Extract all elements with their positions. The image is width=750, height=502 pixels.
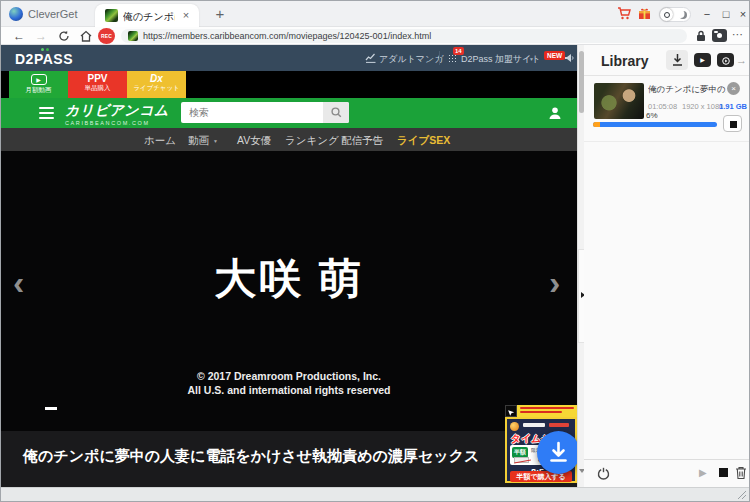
- download-progress-bar: [593, 122, 717, 127]
- search-box: [181, 102, 349, 123]
- megaphone-icon[interactable]: [564, 53, 574, 63]
- download-title: 俺のチンポに夢中の人妻...: [648, 84, 726, 96]
- stop-all-icon[interactable]: [719, 468, 728, 477]
- panel-expand-icon[interactable]: →: [736, 54, 747, 66]
- video-title: 俺のチンポに夢中の人妻に電話をかけさせ執拗責めの濃厚セックス: [23, 447, 479, 466]
- download-thumbnail: [594, 83, 644, 119]
- browser-viewport: D2PASS アダルトマンガ 14 D2Pass 加盟サイト ▼ NEW ▶ 月…: [1, 45, 577, 487]
- copyright-line2: All U.S. and international rights reserv…: [1, 384, 577, 396]
- library-bottom-bar: ▶: [584, 459, 750, 487]
- carib-header: カリビアンコム CARIBBEANCOM.COM: [1, 98, 577, 128]
- download-fab-button[interactable]: [537, 431, 577, 474]
- tab-title: 俺のチンポに夢中の人: [123, 10, 175, 23]
- stop-icon: [730, 121, 737, 128]
- dark-mode-icon[interactable]: [679, 11, 687, 19]
- panel-divider: [577, 45, 584, 487]
- copyright-line1: © 2017 Dreamroom Productions, Inc.: [1, 370, 577, 382]
- grid-icon: [448, 54, 456, 62]
- download-progress-label: 6%: [646, 111, 658, 120]
- title-bar: CleverGet 俺のチンポに夢中の人 × + − □ ×: [1, 1, 749, 27]
- tab-ppv[interactable]: PPV 単品購入: [68, 71, 127, 98]
- tab-monthly-video[interactable]: ▶ 月額動画: [9, 71, 68, 98]
- d2pass-header: D2PASS アダルトマンガ 14 D2Pass 加盟サイト ▼ NEW: [1, 45, 577, 71]
- play-icon: ▶: [31, 74, 47, 85]
- library-tab-video-icon[interactable]: ▶: [694, 53, 711, 67]
- video-stage: ‹ › 大咲 萌 © 2017 Dreamroom Productions, I…: [1, 151, 577, 487]
- download-resolution: 1920 x 1080: [682, 102, 723, 111]
- menu-icon[interactable]: [39, 107, 54, 119]
- nav-schedule[interactable]: 配信予告: [341, 134, 383, 148]
- actress-name: 大咲 萌: [1, 251, 577, 307]
- search-button[interactable]: [323, 102, 349, 123]
- start-all-icon[interactable]: ▶: [699, 467, 707, 478]
- url-input[interactable]: [143, 29, 673, 43]
- cleverget-logo-icon: [9, 7, 23, 21]
- tab-favicon-icon: [105, 9, 118, 22]
- library-tab-downloading[interactable]: [666, 50, 688, 70]
- video-capture-icon[interactable]: [712, 29, 727, 42]
- nav-ranking[interactable]: ランキング: [285, 134, 339, 148]
- tab-close-icon[interactable]: ×: [179, 8, 193, 22]
- carib-logo[interactable]: カリビアンコム CARIBBEANCOM.COM: [65, 102, 169, 126]
- refresh-icon[interactable]: [58, 30, 70, 42]
- new-tab-button[interactable]: +: [211, 5, 229, 23]
- search-input[interactable]: [181, 102, 321, 123]
- library-title: Library: [601, 53, 648, 69]
- minimize-button[interactable]: −: [699, 6, 715, 22]
- light-mode-icon[interactable]: [660, 8, 673, 21]
- tab-live-chat[interactable]: Dx ライブチャット: [127, 71, 186, 98]
- download-size: 1.91 GB: [719, 102, 747, 111]
- adult-manga-link[interactable]: アダルトマンガ: [379, 53, 443, 66]
- chevron-down-icon[interactable]: ▼: [529, 56, 534, 62]
- lock-icon[interactable]: [696, 30, 706, 42]
- theme-toggle[interactable]: [659, 7, 691, 22]
- gift-icon[interactable]: [638, 7, 651, 20]
- browser-tab[interactable]: 俺のチンポに夢中の人 ×: [95, 4, 199, 27]
- site-favicon-icon: [128, 31, 138, 41]
- home-icon[interactable]: [80, 30, 92, 42]
- chevron-down-icon: ▼: [213, 138, 218, 144]
- power-icon[interactable]: [597, 467, 610, 480]
- close-window-button[interactable]: ×: [735, 6, 750, 22]
- remove-download-icon[interactable]: ×: [727, 82, 740, 95]
- library-panel: Library ▶ → 俺のチンポに夢中の人妻... × 01:05:08 19…: [584, 45, 750, 487]
- nav-home[interactable]: ホーム: [144, 134, 176, 148]
- download-duration: 01:05:08: [648, 102, 677, 111]
- nav-live-sex[interactable]: ライブSEX: [397, 134, 450, 148]
- title-band: 俺のチンポに夢中の人妻に電話をかけさせ執拗責めの濃厚セックス: [1, 431, 577, 487]
- stop-download-button[interactable]: [723, 115, 742, 132]
- maximize-button[interactable]: □: [718, 6, 734, 22]
- trash-icon[interactable]: [735, 466, 747, 480]
- download-progress-fill: [593, 122, 600, 127]
- account-icon[interactable]: [547, 105, 563, 121]
- url-field[interactable]: [121, 29, 687, 43]
- carousel-indicator: [45, 407, 57, 410]
- rec-button[interactable]: REC: [98, 28, 115, 44]
- app-name: CleverGet: [28, 8, 78, 20]
- cart-icon[interactable]: [617, 7, 631, 20]
- library-tab-media-icon[interactable]: [717, 53, 734, 67]
- chart-icon: [365, 53, 376, 63]
- nav-actresses[interactable]: AV女優: [237, 134, 271, 148]
- d2pass-logo[interactable]: D2PASS: [15, 51, 73, 67]
- forward-icon[interactable]: →: [33, 29, 49, 43]
- cleverget-window: CleverGet 俺のチンポに夢中の人 × + − □ × ← → RE: [0, 0, 750, 502]
- ad-trophy-icon: [510, 422, 519, 431]
- nav-videos[interactable]: 動画: [188, 134, 209, 148]
- ad-cursor-icon: [505, 405, 517, 417]
- ad-old-price: [514, 457, 529, 463]
- window-bottom-edge: [1, 487, 749, 502]
- more-menu-icon[interactable]: ⋯: [732, 28, 743, 41]
- site-nav: ホーム 動画 ▼ AV女優 ランキング 配信予告 ライブSEX: [1, 128, 577, 151]
- resize-grip[interactable]: [738, 491, 746, 499]
- new-badge: NEW: [544, 51, 565, 60]
- ad-top-strip: [517, 405, 577, 417]
- address-bar: ← → REC ⋯: [1, 27, 749, 45]
- back-icon[interactable]: ←: [11, 29, 27, 43]
